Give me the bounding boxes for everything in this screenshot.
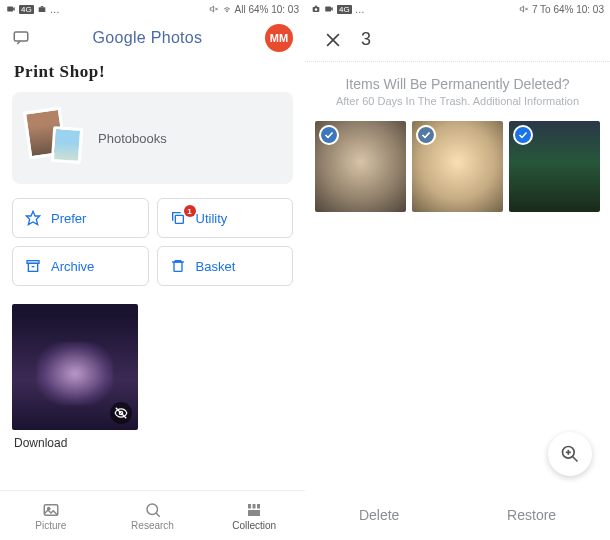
nav-collection-label: Collection (232, 520, 276, 531)
warning-title: Items Will Be Permanently Deleted? (305, 76, 610, 92)
mute-icon (209, 4, 219, 14)
nav-research-label: Research (131, 520, 174, 531)
archive-button[interactable]: Archive (12, 246, 149, 286)
actions-grid: Prefer 1 Utility Archive Basket (12, 198, 293, 286)
statusbar-right: All 64% 10: 03 (209, 4, 300, 15)
mute-icon (519, 4, 529, 14)
feedback-icon[interactable] (12, 29, 30, 47)
utility-badge: 1 (184, 205, 196, 217)
statusbar-left: 4G … (311, 4, 365, 15)
statusbar-more: … (355, 4, 365, 15)
briefcase-icon (37, 4, 47, 14)
left-phone: 4G … All 64% 10: 03 Google Photos MM Pri… (0, 0, 305, 540)
trash-thumb-3[interactable] (509, 121, 600, 212)
section-title: Print Shop! (0, 58, 305, 92)
delete-button[interactable]: Delete (359, 507, 399, 523)
app-header: Google Photos MM (0, 18, 305, 58)
hidden-photo-thumbnail[interactable] (12, 304, 138, 430)
svg-rect-10 (28, 263, 37, 271)
svg-rect-19 (248, 504, 251, 509)
star-icon (25, 210, 41, 226)
svg-line-32 (573, 457, 578, 462)
zoom-fab[interactable] (548, 432, 592, 476)
prefer-button[interactable]: Prefer (12, 198, 149, 238)
nav-picture-label: Picture (35, 520, 66, 531)
right-phone: 4G … 7 To 64% 10: 03 3 Items Will Be Per… (305, 0, 610, 540)
wifi-icon (222, 4, 232, 14)
basket-button[interactable]: Basket (157, 246, 294, 286)
eye-off-icon (114, 406, 128, 420)
camera-icon (6, 4, 16, 14)
utility-button[interactable]: 1 Utility (157, 198, 294, 238)
svg-rect-22 (248, 510, 260, 516)
svg-rect-1 (38, 7, 45, 12)
nav-picture[interactable]: Picture (0, 491, 102, 540)
check-icon (517, 129, 529, 141)
svg-point-5 (226, 11, 227, 12)
promo-thumbnails (26, 109, 84, 167)
utility-label: Utility (196, 211, 228, 226)
status-bar: 4G … All 64% 10: 03 (0, 0, 305, 18)
statusbar-right: 7 To 64% 10: 03 (519, 4, 604, 15)
hidden-indicator (110, 402, 132, 424)
warning-subtitle: After 60 Days In The Trash. Additional I… (305, 95, 610, 107)
trash-thumbnails (305, 121, 610, 212)
svg-rect-24 (315, 6, 318, 7)
picture-icon (42, 501, 60, 519)
svg-marker-7 (26, 211, 39, 224)
selection-count: 3 (361, 29, 371, 50)
svg-rect-20 (253, 504, 256, 509)
app-title: Google Photos (42, 29, 253, 47)
svg-line-18 (156, 513, 160, 517)
nav-collection[interactable]: Collection (203, 491, 305, 540)
check-icon (420, 129, 432, 141)
archive-label: Archive (51, 259, 94, 274)
archive-icon (25, 258, 41, 274)
svg-point-17 (147, 504, 158, 515)
status-bar: 4G … 7 To 64% 10: 03 (305, 0, 610, 18)
collection-icon (245, 501, 263, 519)
camera-icon (311, 4, 321, 14)
download-label: Download (14, 436, 291, 450)
bottom-nav: Picture Research Collection (0, 490, 305, 540)
statusbar-left: 4G … (6, 4, 60, 15)
svg-rect-0 (7, 7, 13, 12)
video-icon (324, 4, 334, 14)
avatar[interactable]: MM (265, 24, 293, 52)
statusbar-more: … (50, 4, 60, 15)
svg-rect-21 (257, 504, 260, 509)
svg-rect-8 (175, 215, 183, 223)
svg-rect-12 (174, 262, 182, 271)
bottom-actions: Delete Restore (305, 490, 610, 540)
nav-research[interactable]: Research (102, 491, 204, 540)
check-icon (323, 129, 335, 141)
selection-header: 3 (305, 18, 610, 62)
selected-check (416, 125, 436, 145)
trash-thumb-2[interactable] (412, 121, 503, 212)
basket-label: Basket (196, 259, 236, 274)
trash-thumb-1[interactable] (315, 121, 406, 212)
statusbar-battery-text: All 64% 10: 03 (235, 4, 300, 15)
svg-rect-2 (40, 6, 43, 7)
svg-rect-26 (325, 7, 331, 12)
search-icon (144, 501, 162, 519)
selected-check (319, 125, 339, 145)
restore-button[interactable]: Restore (507, 507, 556, 523)
prefer-label: Prefer (51, 211, 86, 226)
statusbar-net-badge: 4G (337, 5, 352, 14)
promo-label: Photobooks (98, 131, 167, 146)
svg-point-25 (315, 8, 318, 11)
photobooks-promo[interactable]: Photobooks (12, 92, 293, 184)
close-icon[interactable] (323, 30, 343, 50)
trash-icon (170, 258, 186, 274)
statusbar-battery-text: 7 To 64% 10: 03 (532, 4, 604, 15)
copy-icon (170, 210, 186, 226)
zoom-in-icon (560, 444, 580, 464)
statusbar-net-badge: 4G (19, 5, 34, 14)
svg-rect-6 (14, 32, 28, 41)
selected-check (513, 125, 533, 145)
